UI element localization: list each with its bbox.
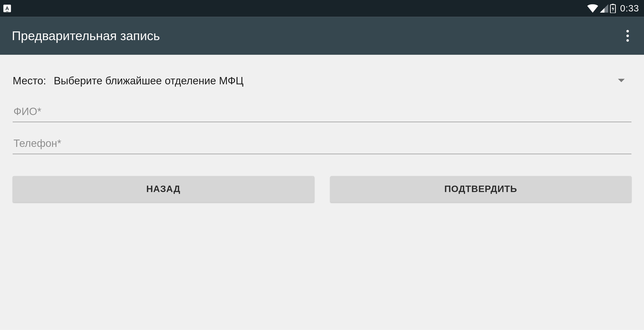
status-right: 0:33 xyxy=(587,3,639,14)
place-label: Место: xyxy=(12,74,46,86)
status-clock: 0:33 xyxy=(620,3,639,14)
confirm-button[interactable]: ПОДТВЕРДИТЬ xyxy=(330,176,632,202)
cell-signal-icon xyxy=(600,4,608,12)
page-title: Предварительная запись xyxy=(12,29,160,43)
fio-input[interactable] xyxy=(12,98,632,122)
place-dropdown[interactable]: Место: Выберите ближайшее отделение МФЦ xyxy=(12,72,632,89)
keyboard-language-icon: A xyxy=(4,4,11,12)
form-content: Место: Выберите ближайшее отделение МФЦ … xyxy=(0,55,644,202)
chevron-down-icon xyxy=(618,79,624,82)
battery-charging-icon xyxy=(610,4,616,13)
app-bar: Предварительная запись xyxy=(0,17,644,55)
status-left: A xyxy=(4,4,11,12)
place-value: Выберите ближайшее отделение МФЦ xyxy=(54,74,610,86)
back-button[interactable]: НАЗАД xyxy=(12,176,314,202)
svg-rect-1 xyxy=(612,4,614,5)
wifi-icon xyxy=(587,4,598,12)
status-bar: A 0:33 xyxy=(0,0,644,17)
phone-input[interactable] xyxy=(12,130,632,154)
overflow-menu-button[interactable] xyxy=(622,27,634,44)
